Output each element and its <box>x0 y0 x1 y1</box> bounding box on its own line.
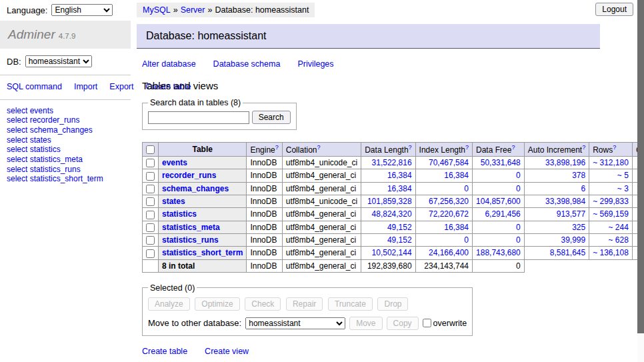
repair-button[interactable]: Repair <box>286 297 323 311</box>
table-name-link[interactable]: events <box>162 158 187 167</box>
breadcrumb-server-link[interactable]: Server <box>181 5 205 15</box>
alter-database-link[interactable]: Alter database <box>142 59 196 69</box>
sidebar-item-select-schema-changes[interactable]: select schema_changes <box>7 125 124 135</box>
database-schema-link[interactable]: Database schema <box>213 59 281 69</box>
create-table-link[interactable]: Create table <box>142 347 187 356</box>
row-checkbox[interactable] <box>146 249 155 258</box>
data-length-link[interactable]: 48,824,320 <box>372 209 412 219</box>
help-icon[interactable]: ? <box>582 144 585 151</box>
auto-increment-link[interactable]: 6 <box>581 184 585 193</box>
auto-increment-link[interactable]: 8,581,645 <box>550 248 585 257</box>
sidebar-item-select-recorder-runs[interactable]: select recorder_runs <box>7 116 124 126</box>
index-length-link[interactable]: 70,467,584 <box>429 158 469 167</box>
help-icon[interactable]: ? <box>465 144 469 151</box>
rows-estimate-link[interactable]: ~ 244 <box>609 223 629 232</box>
row-checkbox[interactable] <box>146 185 155 193</box>
sidebar-link-export[interactable]: Export <box>109 82 133 91</box>
data-length-link[interactable]: 49,152 <box>387 223 412 232</box>
copy-button[interactable]: Copy <box>387 317 419 330</box>
data-free-link[interactable]: 0 <box>516 171 521 180</box>
rows-estimate-link[interactable]: ~ 3 <box>617 184 629 193</box>
auto-increment-link[interactable]: 33,398,984 <box>545 197 585 206</box>
data-length-link[interactable]: 31,522,816 <box>372 158 412 167</box>
scrollbar-thumb[interactable] <box>637 0 644 333</box>
index-length-link[interactable]: 0 <box>464 184 469 193</box>
index-length-link[interactable]: 0 <box>464 235 469 245</box>
truncate-button[interactable]: Truncate <box>328 297 373 311</box>
overwrite-checkbox[interactable] <box>423 319 431 327</box>
search-button[interactable]: Search <box>252 111 291 124</box>
create-view-link[interactable]: Create view <box>205 347 249 356</box>
analyze-button[interactable]: Analyze <box>148 297 190 311</box>
row-checkbox[interactable] <box>146 223 155 232</box>
row-checkbox[interactable] <box>146 159 155 167</box>
sidebar-item-select-events[interactable]: select events <box>7 106 124 116</box>
index-length-link[interactable]: 16,384 <box>444 223 469 232</box>
auto-increment-link[interactable]: 39,999 <box>561 235 585 245</box>
auto-increment-link[interactable]: 325 <box>572 223 585 232</box>
table-name-link[interactable]: schema_changes <box>162 184 229 193</box>
rows-estimate-link[interactable]: ~ 299,833 <box>593 197 629 206</box>
auto-increment-link[interactable]: 33,898,196 <box>545 158 585 167</box>
auto-increment-link[interactable]: 913,577 <box>557 209 585 219</box>
language-select[interactable]: English <box>51 4 113 16</box>
table-name-link[interactable]: statistics_runs <box>162 235 219 245</box>
table-name-link[interactable]: recorder_runs <box>162 171 216 180</box>
data-free-link[interactable]: 104,857,600 <box>476 197 521 206</box>
logout-button[interactable]: Logout <box>595 3 633 16</box>
adminer-logo-link[interactable]: Adminer <box>8 27 55 41</box>
sidebar-item-select-statistics-short-term[interactable]: select statistics_short_term <box>7 175 124 185</box>
sidebar-item-select-statistics[interactable]: select statistics <box>7 145 124 155</box>
breadcrumb-mysql-link[interactable]: MySQL <box>143 5 171 15</box>
vertical-scrollbar[interactable] <box>637 0 644 362</box>
data-length-link[interactable]: 49,152 <box>387 235 412 245</box>
move-button[interactable]: Move <box>349 317 382 330</box>
data-free-link[interactable]: 0 <box>516 223 521 232</box>
data-length-link[interactable]: 10,502,144 <box>372 248 412 257</box>
rows-estimate-link[interactable]: ~ 312,180 <box>593 158 629 167</box>
privileges-link[interactable]: Privileges <box>297 59 333 69</box>
data-free-link[interactable]: 0 <box>516 235 521 245</box>
data-length-link[interactable]: 101,859,328 <box>367 197 412 206</box>
data-length-link[interactable]: 16,384 <box>387 184 412 193</box>
index-length-link[interactable]: 72,220,672 <box>429 209 469 219</box>
rows-estimate-link[interactable]: ~ 628 <box>609 235 629 245</box>
help-icon[interactable]: ? <box>613 144 616 151</box>
search-input[interactable] <box>148 111 249 124</box>
select-all-checkbox[interactable] <box>146 145 155 154</box>
index-length-link[interactable]: 16,384 <box>444 171 469 180</box>
row-checkbox[interactable] <box>146 197 155 206</box>
move-database-select[interactable]: homeassistant <box>245 317 345 329</box>
optimize-button[interactable]: Optimize <box>195 297 239 311</box>
row-checkbox[interactable] <box>146 172 155 181</box>
sidebar-link-sql-command[interactable]: SQL command <box>7 82 62 91</box>
data-length-link[interactable]: 16,384 <box>387 171 412 180</box>
check-button[interactable]: Check <box>245 297 281 311</box>
index-length-link[interactable]: 24,166,400 <box>429 248 469 257</box>
rows-estimate-link[interactable]: ~ 5 <box>617 171 629 180</box>
help-icon[interactable]: ? <box>317 144 320 151</box>
sidebar-item-select-states[interactable]: select states <box>7 135 124 145</box>
table-name-link[interactable]: statistics_short_term <box>162 248 243 257</box>
table-name-link[interactable]: states <box>162 197 185 206</box>
row-checkbox[interactable] <box>146 236 155 245</box>
table-name-link[interactable]: statistics_meta <box>162 223 220 232</box>
data-free-link[interactable]: 188,743,680 <box>476 248 521 257</box>
drop-button[interactable]: Drop <box>377 297 408 311</box>
auto-increment-link[interactable]: 378 <box>572 171 585 180</box>
help-icon[interactable]: ? <box>275 144 279 151</box>
data-free-link[interactable]: 50,331,648 <box>481 158 521 167</box>
sidebar-item-select-statistics-meta[interactable]: select statistics_meta <box>7 155 124 165</box>
data-free-link[interactable]: 0 <box>516 184 521 193</box>
sidebar-link-import[interactable]: Import <box>74 82 97 91</box>
rows-estimate-link[interactable]: ~ 136,108 <box>593 248 629 257</box>
sidebar-item-select-statistics-runs[interactable]: select statistics_runs <box>7 165 124 175</box>
help-icon[interactable]: ? <box>511 144 515 151</box>
table-name-link[interactable]: statistics <box>162 209 197 219</box>
data-free-link[interactable]: 6,291,456 <box>485 209 520 219</box>
rows-estimate-link[interactable]: ~ 569,159 <box>593 209 629 219</box>
index-length-link[interactable]: 67,256,320 <box>429 197 469 206</box>
db-select[interactable]: homeassistant <box>25 55 92 67</box>
row-checkbox[interactable] <box>146 211 155 219</box>
help-icon[interactable]: ? <box>409 144 412 151</box>
